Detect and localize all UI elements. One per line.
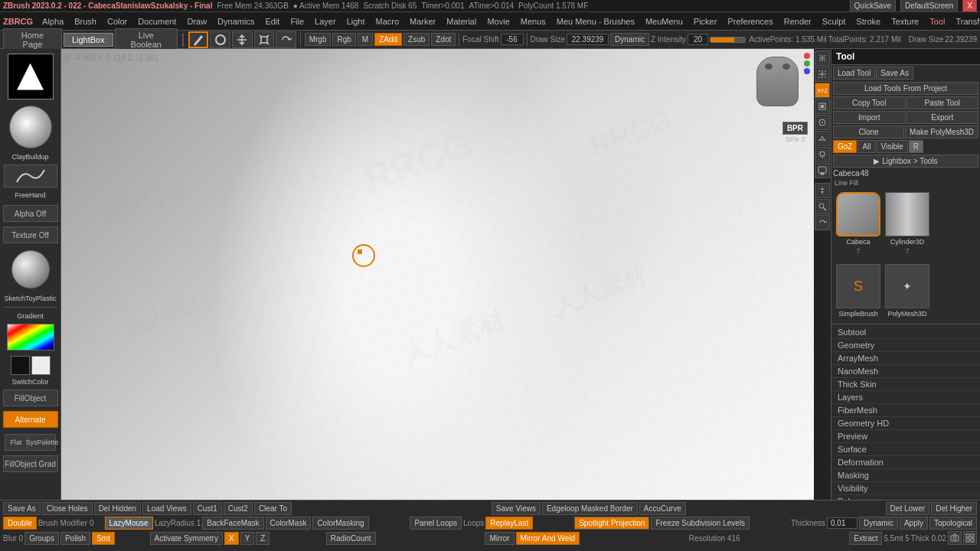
- spotlight-projection-button[interactable]: Spotlight Projection: [574, 517, 649, 530]
- copy-tool-button[interactable]: Copy Tool: [833, 96, 906, 109]
- extract-button[interactable]: Extract: [849, 532, 882, 545]
- geometry-hd-item[interactable]: Geometry HD: [831, 417, 980, 430]
- menu-edit[interactable]: Edit: [260, 15, 284, 28]
- tool-card-polymesh3d[interactable]: ✦ PolyMesh3D: [885, 264, 929, 318]
- move-icon[interactable]: [815, 67, 830, 82]
- fill-object-button[interactable]: FillObject: [3, 390, 58, 406]
- preview-item[interactable]: Preview: [831, 430, 980, 443]
- mrgb-button[interactable]: Mrgb: [305, 33, 332, 46]
- replay-last-button[interactable]: ReplayLast: [485, 517, 533, 530]
- surface-item[interactable]: Surface: [831, 443, 980, 456]
- apply-button[interactable]: Apply: [900, 517, 928, 530]
- cust2-button[interactable]: Cust2: [224, 502, 253, 515]
- menu-draw[interactable]: Draw: [182, 15, 211, 28]
- groups-button[interactable]: Groups: [24, 532, 59, 545]
- load-views-button[interactable]: Load Views: [142, 502, 191, 515]
- brush-thumbnail[interactable]: [8, 54, 54, 99]
- alternate-button[interactable]: Alternate: [3, 411, 58, 428]
- visible-button[interactable]: Visible: [877, 140, 908, 153]
- thick-skin-item[interactable]: Thick Skin: [831, 378, 980, 391]
- menu-file[interactable]: File: [286, 15, 309, 28]
- menu-meumenu[interactable]: MeuMenu: [641, 15, 688, 28]
- clone-button[interactable]: Clone: [833, 126, 904, 139]
- back-face-mask-button[interactable]: BackFaceMask: [202, 517, 263, 530]
- tab-lightbox[interactable]: LightBox: [64, 33, 113, 47]
- zdot-button[interactable]: Zdot: [431, 33, 456, 46]
- brush-preview-sphere[interactable]: [9, 106, 52, 148]
- load-tools-from-project-button[interactable]: Load Tools From Project: [833, 82, 978, 95]
- radio-count-button[interactable]: RadioCount: [326, 532, 376, 545]
- color-masking-button[interactable]: ColorMasking: [312, 517, 368, 530]
- array-mesh-item[interactable]: ArrayMesh: [831, 352, 980, 365]
- mirror-and-weld-button[interactable]: Mirror And Weld: [516, 532, 580, 545]
- menu-preferences[interactable]: Preferences: [723, 15, 777, 28]
- floor-icon[interactable]: [815, 131, 830, 146]
- paste-tool-button[interactable]: Paste Tool: [906, 96, 979, 109]
- texture-off-button[interactable]: Texture Off: [3, 227, 58, 243]
- fill-object-grad-button[interactable]: FillObject Grad: [3, 455, 58, 472]
- visibility-item[interactable]: Visibility: [831, 482, 980, 495]
- menu-render[interactable]: Render: [779, 15, 816, 28]
- dynamic-button[interactable]: Dynamic: [610, 33, 649, 46]
- menu-meu-brushes[interactable]: Meu Menu - Brushes: [552, 15, 639, 28]
- menu-brush[interactable]: Brush: [70, 15, 101, 28]
- geometry-item[interactable]: Geometry: [831, 339, 980, 352]
- freeze-subdivision-button[interactable]: Freeze Subdivision Levels: [651, 517, 750, 530]
- deformation-item[interactable]: Deformation: [831, 456, 980, 469]
- subtool-item[interactable]: Subtool: [831, 326, 980, 339]
- dynamic-bottom-button[interactable]: Dynamic: [859, 517, 898, 530]
- smooth-mode-button[interactable]: [210, 31, 230, 48]
- light-icon[interactable]: [815, 147, 830, 162]
- free-hand-button[interactable]: [4, 165, 57, 187]
- double-button[interactable]: Double: [3, 517, 37, 530]
- load-tool-button[interactable]: Load Tool: [833, 67, 875, 80]
- snap-icon[interactable]: [815, 115, 830, 130]
- move-mode-button[interactable]: [232, 31, 253, 48]
- render-icon[interactable]: [815, 163, 830, 178]
- zoom-icon[interactable]: [815, 199, 830, 214]
- lazy-mouse-button[interactable]: LazyMouse: [105, 517, 153, 530]
- tool-card-cabeca[interactable]: Cabeca 7: [836, 192, 880, 255]
- menu-tool[interactable]: Tool: [925, 15, 949, 28]
- flat-button[interactable]: Flat: [5, 434, 28, 451]
- z-intensity-value[interactable]: 20: [688, 34, 708, 45]
- close-holes-button[interactable]: Close Holes: [42, 502, 93, 515]
- nano-mesh-item[interactable]: NanoMesh: [831, 365, 980, 378]
- menu-stroke[interactable]: Stroke: [851, 15, 885, 28]
- z-sym-button[interactable]: Z: [256, 532, 270, 545]
- material-sphere[interactable]: [11, 250, 50, 289]
- topological-button[interactable]: Topological: [929, 517, 977, 530]
- rgb-button[interactable]: Rgb: [332, 33, 355, 46]
- smt-button[interactable]: Smt: [92, 532, 115, 545]
- menu-light[interactable]: Light: [342, 15, 370, 28]
- sys-palette-button[interactable]: SysPalette: [28, 434, 56, 451]
- activate-symmetry-button[interactable]: Activate Symmetry: [150, 532, 223, 545]
- scale-mode-button[interactable]: [254, 31, 275, 48]
- color-swatch[interactable]: [7, 324, 54, 350]
- thickness-value[interactable]: 0.01: [827, 517, 858, 529]
- background-color-swatch[interactable]: [31, 356, 51, 375]
- menu-color[interactable]: Color: [103, 15, 132, 28]
- xyz-icon[interactable]: XYZ: [815, 83, 830, 98]
- default-screen-button[interactable]: DefaultScreen: [900, 0, 958, 12]
- alpha-off-button[interactable]: Alpha Off: [3, 205, 58, 222]
- close-button[interactable]: X: [962, 0, 977, 12]
- menu-sculpt[interactable]: Sculpt: [818, 15, 851, 28]
- tool-card-cylinder3d[interactable]: Cylinder3D 7: [885, 192, 929, 255]
- masking-item[interactable]: Masking: [831, 469, 980, 482]
- menu-transform[interactable]: Transform: [951, 15, 980, 28]
- panel-loops-button[interactable]: Panel Loops: [410, 517, 462, 530]
- menu-dynamics[interactable]: Dynamics: [213, 15, 259, 28]
- zsub-button[interactable]: Zsub: [403, 33, 430, 46]
- draw-mode-button[interactable]: [188, 31, 209, 48]
- x-sym-button[interactable]: X: [224, 532, 239, 545]
- menu-alpha[interactable]: Alpha: [38, 15, 68, 28]
- polygroups-item[interactable]: Polygroups: [831, 495, 980, 500]
- menu-document[interactable]: Document: [133, 15, 181, 28]
- accu-curve-button[interactable]: AccuCurve: [639, 502, 686, 515]
- canvas-area[interactable]: RRCG 人人素材 RRCG 人人素材 RRCG 人人素材: [61, 49, 814, 500]
- camera-icon[interactable]: [948, 531, 962, 545]
- rotate-mode-button[interactable]: [276, 31, 296, 48]
- mirror-button[interactable]: Mirror: [485, 532, 514, 545]
- det-lower-button[interactable]: Det Lower: [886, 502, 930, 515]
